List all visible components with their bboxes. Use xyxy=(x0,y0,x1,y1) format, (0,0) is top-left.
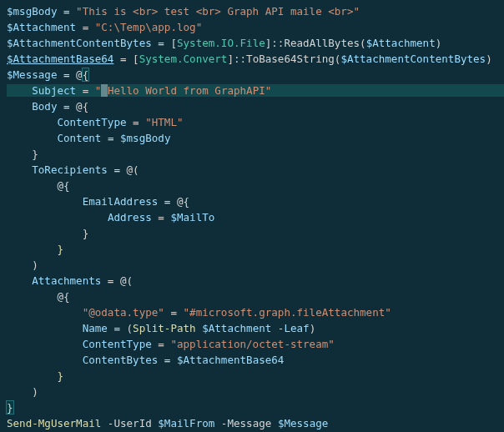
token-key: ToRecipients xyxy=(32,163,108,176)
token-key: Address xyxy=(108,211,152,224)
token-type: System.Convert xyxy=(139,53,228,65)
token-variable: $AttachmentContentBytes xyxy=(7,37,152,49)
token-variable: $MailTo xyxy=(170,211,214,224)
token-paren: ) xyxy=(436,37,442,49)
indent xyxy=(7,100,32,113)
token-brace: } xyxy=(83,227,89,239)
token-cmdlet: Send-MgUserMail xyxy=(7,417,101,429)
token-key: ContentType xyxy=(57,116,126,128)
indent xyxy=(7,290,57,303)
token-op: - xyxy=(214,417,227,429)
token-key: Name xyxy=(83,322,108,334)
token-variable: $AttachmentBase64 xyxy=(177,354,284,366)
indent xyxy=(7,132,57,144)
token-op: = xyxy=(152,37,171,49)
token-op: = xyxy=(57,5,76,18)
indent xyxy=(7,211,108,224)
token-paren: ) xyxy=(32,259,38,271)
indent xyxy=(7,179,57,192)
token-variable: $Attachment xyxy=(7,21,76,33)
token-op: = xyxy=(127,116,146,128)
token-string: "@odata.type" xyxy=(83,306,164,319)
token-string: "HTML" xyxy=(145,116,183,128)
indent xyxy=(7,163,32,176)
text-cursor xyxy=(101,84,108,97)
token-variable: $AttachmentBase64 xyxy=(7,53,113,65)
token-string: "This is <br> test <br> Graph API maile … xyxy=(76,5,360,18)
token-variable: $MailFrom xyxy=(158,417,214,429)
indent xyxy=(7,195,83,208)
bracket-match: } xyxy=(7,401,13,414)
token-paren: ) xyxy=(486,53,492,65)
indent xyxy=(7,338,83,350)
indent xyxy=(7,116,57,128)
indent xyxy=(7,274,32,287)
token-key: Content xyxy=(57,132,101,144)
indent xyxy=(7,306,83,319)
space xyxy=(271,417,278,429)
token-op: = xyxy=(76,21,95,33)
token-hash: @{ xyxy=(57,290,69,303)
token-op: = @( xyxy=(108,163,139,176)
token-key: Body xyxy=(32,100,57,113)
token-key: EmailAddress xyxy=(83,195,159,208)
token-op: = xyxy=(164,306,184,319)
token-variable: $Message xyxy=(278,417,328,429)
indent xyxy=(7,227,83,239)
token-op: = xyxy=(101,132,120,144)
token-variable: $Message xyxy=(7,68,57,81)
token-op: - xyxy=(271,322,284,334)
token-param: Message xyxy=(227,417,271,429)
indent xyxy=(7,259,32,271)
token-param: Leaf xyxy=(284,322,309,334)
token-hash: @{ xyxy=(57,179,69,192)
token-key: ContentType xyxy=(83,338,152,350)
token-variable: $msgBody xyxy=(7,5,57,18)
token-brace: } xyxy=(32,148,38,160)
token-string: "C:\Temp\app.log" xyxy=(95,21,202,33)
token-bracket: ] xyxy=(227,53,234,65)
token-variable: $Attachment xyxy=(366,37,436,49)
token-variable: $msgBody xyxy=(120,132,170,144)
token-paren: ) xyxy=(310,322,316,334)
token-op: = xyxy=(152,338,171,350)
token-op: = @{ xyxy=(158,195,189,208)
token-key: Subject xyxy=(32,84,76,97)
token-variable: $Attachment xyxy=(202,322,271,334)
token-paren: ) xyxy=(32,385,38,398)
token-brace: } xyxy=(57,369,63,382)
indent xyxy=(7,322,83,334)
token-string: "application/octet-stream" xyxy=(170,338,334,350)
token-op: = xyxy=(76,84,95,97)
code-editor[interactable]: $msgBody = "This is <br> test <br> Graph… xyxy=(0,0,504,432)
indent xyxy=(7,84,32,97)
token-op: = @( xyxy=(101,274,133,287)
token-op: = @ xyxy=(57,68,82,81)
token-bracket: [ xyxy=(133,53,139,65)
token-op: = ( xyxy=(108,322,133,334)
bracket-match: { xyxy=(83,68,89,81)
token-key: ContentBytes xyxy=(83,354,159,366)
indent xyxy=(7,369,57,382)
token-op: = xyxy=(158,354,177,366)
token-op: - xyxy=(101,417,113,429)
indent xyxy=(7,148,32,160)
token-string: "#microsoft.graph.fileAttachment" xyxy=(184,306,391,319)
indent xyxy=(7,354,83,366)
indent xyxy=(7,385,32,398)
token-key: Attachments xyxy=(32,274,101,287)
token-brace: } xyxy=(57,243,63,255)
token-op: = xyxy=(152,211,171,224)
indent xyxy=(7,243,57,255)
token-param: UserId xyxy=(113,417,151,429)
token-type: System.IO.File xyxy=(177,37,265,49)
token-string: Hello World from GraphAPI" xyxy=(108,84,271,97)
token-op: = @{ xyxy=(57,100,88,113)
token-op: = xyxy=(113,53,133,65)
token-method: ::ToBase64String( xyxy=(234,53,340,65)
token-cmdlet: Split-Path xyxy=(133,322,196,334)
token-variable: $AttachmentContentBytes xyxy=(340,53,486,65)
token-method: ::ReadAllBytes( xyxy=(271,37,365,49)
token-bracket: [ xyxy=(170,37,177,49)
